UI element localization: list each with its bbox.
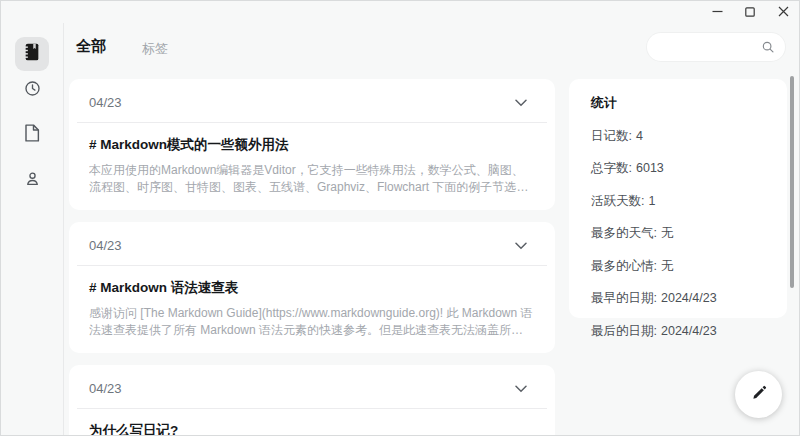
new-entry-button[interactable] [735,371,782,418]
search-icon[interactable] [761,40,775,54]
document-icon [24,124,40,146]
divider [77,265,547,266]
scrollbar-thumb[interactable] [790,76,794,288]
sidebar-item-history[interactable] [15,73,49,107]
stats-title: 统计 [591,94,765,112]
stat-latest-date: 最后的日期:2024/4/23 [591,323,765,340]
sidebar-item-profile[interactable] [15,163,49,197]
close-button[interactable] [775,4,791,20]
stats-panel: 统计 日记数:4 总字数:6013 活跃天数:1 最多的天气:无 最多的心情:无… [569,79,787,318]
entry-card[interactable]: 04/23 # Markdown模式的一些额外用法 本应用使用的Markdown… [69,79,555,210]
search-box [647,33,785,61]
tab-tags[interactable]: 标签 [142,40,168,58]
stat-word-count: 总字数:6013 [591,160,765,177]
divider [77,408,547,409]
divider [77,122,547,123]
clock-icon [24,80,41,101]
maximize-icon [745,3,755,21]
entry-excerpt: 感谢访问 [The Markdown Guide](https://www.ma… [89,305,535,339]
entry-date: 04/23 [89,238,122,253]
entry-list: 04/23 # Markdown模式的一些额外用法 本应用使用的Markdown… [69,79,555,436]
user-icon [24,170,41,191]
entry-excerpt: 本应用使用的Markdown编辑器是Vditor，它支持一些特殊用法，数学公式、… [89,162,535,196]
stat-top-mood: 最多的心情:无 [591,258,765,275]
sidebar-item-diary[interactable] [15,37,49,71]
search-input[interactable] [647,40,761,54]
journal-icon [22,42,42,66]
entry-title: # Markdown 语法速查表 [89,279,535,297]
entry-title: 为什么写日记? [89,422,535,436]
stat-earliest-date: 最早的日期:2024/4/23 [591,290,765,307]
stat-active-days: 活跃天数:1 [591,193,765,210]
entry-card[interactable]: 04/23 为什么写日记? > 引用自知乎用户chun-zi-12 一个星期前我… [69,365,555,436]
sidebar-item-documents[interactable] [15,118,49,152]
chevron-down-icon[interactable] [515,242,527,250]
entry-date: 04/23 [89,381,122,396]
maximize-button[interactable] [742,4,758,20]
entry-title: # Markdown模式的一些额外用法 [89,136,535,154]
stat-top-weather: 最多的天气:无 [591,225,765,242]
entry-date: 04/23 [89,95,122,110]
titlebar [1,1,799,23]
minimize-icon [712,3,723,21]
close-icon [778,3,789,21]
stat-diary-count: 日记数:4 [591,128,765,145]
pen-icon [750,384,768,406]
sidebar [1,23,64,435]
entry-card[interactable]: 04/23 # Markdown 语法速查表 感谢访问 [The Markdow… [69,222,555,353]
tab-all[interactable]: 全部 [76,37,106,56]
chevron-down-icon[interactable] [515,99,527,107]
window-controls [709,4,791,20]
minimize-button[interactable] [709,4,725,20]
chevron-down-icon[interactable] [515,385,527,393]
